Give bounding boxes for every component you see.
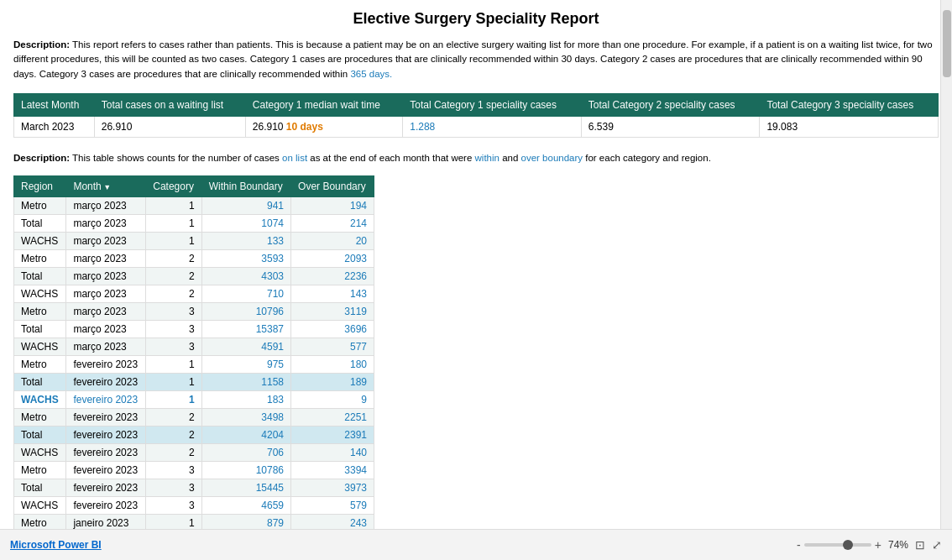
table-row: WACHS março 2023 1 133 20	[14, 233, 374, 250]
cell-region: Metro	[14, 515, 66, 530]
cell-category: 2	[146, 427, 201, 444]
table-row: Metro janeiro 2023 1 879 243	[14, 515, 374, 530]
powerbi-link[interactable]: Microsoft Power BI	[10, 539, 102, 551]
table-row: Metro março 2023 2 3593 2093	[14, 250, 374, 268]
scrollbar[interactable]	[940, 0, 952, 529]
cell-month: março 2023	[66, 215, 146, 233]
cell-within: 1158	[201, 374, 290, 391]
cell-category: 1	[146, 215, 201, 233]
summary-col-cat1: Total Category 1 speciality cases	[403, 93, 582, 116]
cell-category: 3	[146, 462, 201, 479]
cell-region: Total	[14, 321, 66, 338]
cell-month: fevereiro 2023	[66, 444, 146, 462]
cell-month: março 2023	[66, 233, 146, 250]
summary-row: March 2023 26.910 26.910 10 days 1.288 6…	[14, 116, 939, 137]
cell-region: Total	[14, 374, 66, 391]
cell-within: 10786	[201, 462, 290, 479]
table-row: WACHS março 2023 2 710 143	[14, 285, 374, 303]
cell-over: 194	[291, 197, 374, 215]
table-row: WACHS março 2023 3 4591 577	[14, 338, 374, 356]
cell-category: 3	[146, 497, 201, 515]
cell-region: Metro	[14, 303, 66, 321]
cell-month: fevereiro 2023	[66, 427, 146, 444]
detail-table: Region Month Category Within Boundary Ov…	[13, 175, 374, 529]
description-block-2: Description: This table shows counts for…	[13, 151, 939, 165]
zoom-slider-thumb	[843, 540, 853, 550]
expand-icon[interactable]: ⤢	[932, 538, 942, 552]
cell-month: março 2023	[66, 285, 146, 303]
cell-month: fevereiro 2023	[66, 374, 146, 391]
cell-over: 189	[291, 374, 374, 391]
cell-within: 710	[201, 285, 290, 303]
cell-within: 4591	[201, 338, 290, 356]
cell-over: 2236	[291, 268, 374, 285]
cell-over: 214	[291, 215, 374, 233]
summary-col-cat2: Total Category 2 speciality cases	[581, 93, 760, 116]
cell-within: 15445	[201, 479, 290, 497]
cell-over: 2093	[291, 250, 374, 268]
zoom-plus-btn[interactable]: +	[875, 538, 881, 552]
cell-within: 941	[201, 197, 290, 215]
cell-month: janeiro 2023	[66, 515, 146, 530]
cell-category: 1	[146, 233, 201, 250]
cell-over: 3696	[291, 321, 374, 338]
cell-within: 879	[201, 515, 290, 530]
summary-table: Latest Month Total cases on a waiting li…	[13, 93, 939, 138]
zoom-minus-btn[interactable]: -	[797, 538, 801, 552]
table-row: Metro fevereiro 2023 3 10786 3394	[14, 462, 374, 479]
cell-over: 2251	[291, 409, 374, 427]
cell-category: 2	[146, 250, 201, 268]
cell-region: Total	[14, 479, 66, 497]
cell-within: 3593	[201, 250, 290, 268]
table-row: WACHS fevereiro 2023 1 183 9	[14, 391, 374, 409]
cell-category: 2	[146, 444, 201, 462]
table-row: WACHS fevereiro 2023 2 706 140	[14, 444, 374, 462]
cell-over: 2391	[291, 427, 374, 444]
cell-region: Total	[14, 268, 66, 285]
cell-within: 1074	[201, 215, 290, 233]
desc2-label: Description:	[13, 153, 70, 163]
cell-region: Total	[14, 427, 66, 444]
cell-within: 133	[201, 233, 290, 250]
summary-cat3: 19.083	[760, 116, 939, 137]
summary-col-cat3: Total Category 3 speciality cases	[760, 93, 939, 116]
cell-region: WACHS	[14, 338, 66, 356]
zoom-label: 74%	[888, 539, 908, 551]
summary-col-month: Latest Month	[14, 93, 95, 116]
summary-median-wait: 26.910 10 days	[245, 116, 402, 137]
cell-within: 3498	[201, 409, 290, 427]
cell-category: 2	[146, 409, 201, 427]
cell-region: Metro	[14, 356, 66, 374]
detail-col-category: Category	[146, 176, 201, 197]
cell-within: 10796	[201, 303, 290, 321]
cell-region: Metro	[14, 462, 66, 479]
desc1-label: Description:	[13, 39, 70, 50]
detail-col-month[interactable]: Month	[66, 176, 146, 197]
median-wait-value: 10 days	[286, 121, 323, 133]
cell-over: 180	[291, 356, 374, 374]
cell-over: 243	[291, 515, 374, 530]
cell-region: WACHS	[14, 285, 66, 303]
cell-category: 3	[146, 303, 201, 321]
cell-category: 3	[146, 338, 201, 356]
table-row: Total março 2023 2 4303 2236	[14, 268, 374, 285]
cell-category: 2	[146, 268, 201, 285]
fit-page-icon[interactable]: ⊡	[915, 538, 925, 552]
cell-over: 9	[291, 391, 374, 409]
cell-month: fevereiro 2023	[66, 356, 146, 374]
table-row: Total março 2023 1 1074 214	[14, 215, 374, 233]
cell-month: março 2023	[66, 338, 146, 356]
summary-cat2: 6.539	[581, 116, 760, 137]
cell-month: fevereiro 2023	[66, 479, 146, 497]
table-row: Metro março 2023 3 10796 3119	[14, 303, 374, 321]
scrollbar-thumb[interactable]	[943, 10, 951, 77]
cell-over: 579	[291, 497, 374, 515]
cell-region: WACHS	[14, 233, 66, 250]
cell-region: Total	[14, 215, 66, 233]
zoom-slider[interactable]	[804, 543, 871, 547]
detail-col-region: Region	[14, 176, 66, 197]
table-row: WACHS fevereiro 2023 3 4659 579	[14, 497, 374, 515]
cell-month: fevereiro 2023	[66, 497, 146, 515]
cell-category: 3	[146, 479, 201, 497]
cell-region: Metro	[14, 409, 66, 427]
